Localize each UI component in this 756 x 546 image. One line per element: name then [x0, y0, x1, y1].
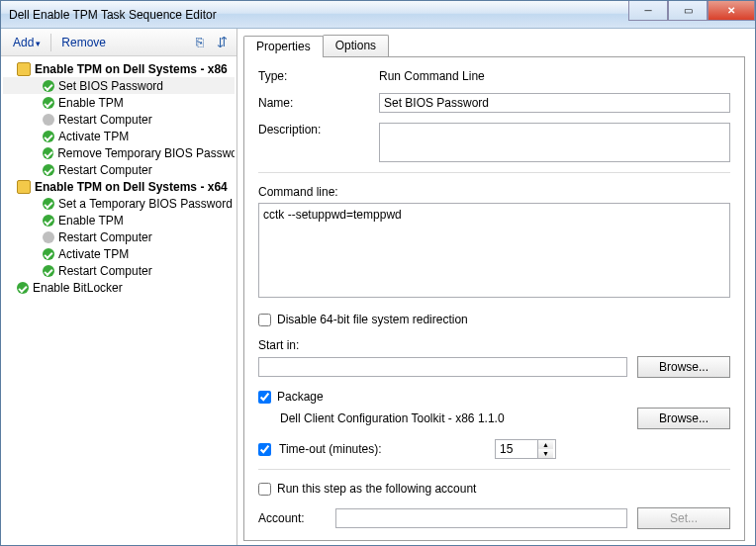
- description-field[interactable]: [379, 123, 730, 162]
- editor-window: Dell Enable TPM Task Sequence Editor ─ ▭…: [0, 0, 756, 546]
- tree-item[interactable]: Activate TPM: [3, 245, 235, 262]
- type-value: Run Command Line: [379, 69, 485, 83]
- package-browse-button[interactable]: Browse...: [637, 408, 730, 429]
- disabled-icon: [43, 114, 54, 126]
- tree-item-label: Set BIOS Password: [58, 79, 163, 93]
- package-value: Dell Client Configuration Toolkit - x86 …: [280, 410, 627, 427]
- tree-item[interactable]: Remove Temporary BIOS Password: [3, 144, 235, 161]
- spinner-up-icon[interactable]: ▲: [538, 440, 553, 449]
- tree-item-label: Restart Computer: [58, 163, 152, 177]
- tree-toolbar: Add▾ Remove ⎘ ⇵: [1, 29, 236, 56]
- check-icon: [43, 215, 54, 227]
- timeout-spinner[interactable]: ▲▼: [495, 439, 556, 459]
- tree-item[interactable]: Enable TPM on Dell Systems - x86: [3, 60, 235, 77]
- tree-item[interactable]: Enable TPM: [3, 212, 235, 228]
- check-icon: [43, 131, 54, 142]
- name-field[interactable]: [379, 93, 730, 113]
- tree-item[interactable]: Restart Computer: [3, 161, 235, 178]
- tree-item[interactable]: Set a Temporary BIOS Password: [3, 195, 235, 212]
- tree-item-label: Enable TPM: [58, 96, 124, 110]
- runas-label: Run this step as the following account: [277, 482, 476, 496]
- tree-item-label: Remove Temporary BIOS Password: [57, 146, 235, 160]
- check-icon: [43, 248, 54, 260]
- tree-item[interactable]: Set BIOS Password: [3, 77, 235, 94]
- remove-button[interactable]: Remove: [55, 34, 112, 51]
- close-button[interactable]: ✕: [708, 1, 755, 21]
- tree-item[interactable]: Restart Computer: [3, 111, 235, 128]
- tab-options[interactable]: Options: [323, 35, 389, 56]
- timeout-checkbox[interactable]: [258, 443, 271, 456]
- minimize-button[interactable]: ─: [628, 1, 668, 21]
- toolbar-separator: [50, 34, 51, 51]
- type-label: Type:: [258, 69, 379, 83]
- tree-item-label: Enable BitLocker: [33, 281, 123, 295]
- timeout-label: Time-out (minutes):: [279, 442, 487, 456]
- tree-item-label: Activate TPM: [58, 130, 129, 143]
- account-set-button: Set...: [637, 507, 730, 529]
- startin-browse-button[interactable]: Browse...: [637, 356, 730, 378]
- tree-item[interactable]: Enable TPM: [3, 94, 235, 111]
- tree-item[interactable]: Enable BitLocker: [3, 279, 235, 296]
- window-title: Dell Enable TPM Task Sequence Editor: [9, 8, 217, 22]
- account-label: Account:: [258, 511, 326, 525]
- tree-item-label: Set a Temporary BIOS Password: [58, 197, 233, 211]
- tree-item-label: Activate TPM: [58, 247, 129, 261]
- task-tree[interactable]: Enable TPM on Dell Systems - x86Set BIOS…: [1, 56, 236, 545]
- content-area: Add▾ Remove ⎘ ⇵ Enable TPM on Dell Syste…: [1, 29, 755, 545]
- window-buttons: ─ ▭ ✕: [628, 1, 755, 21]
- tree-item-label: Enable TPM on Dell Systems - x86: [35, 62, 228, 76]
- account-field: [335, 508, 627, 528]
- tree-item[interactable]: Enable TPM on Dell Systems - x64: [3, 178, 235, 195]
- check-icon: [43, 198, 54, 210]
- commandline-field[interactable]: [258, 203, 730, 298]
- folder-icon: [17, 62, 31, 76]
- tree-item-label: Enable TPM on Dell Systems - x64: [35, 180, 228, 194]
- startin-label: Start in:: [258, 338, 730, 352]
- properties-icon[interactable]: ⇵: [213, 34, 231, 51]
- description-label: Description:: [258, 123, 379, 136]
- disable-redirection-label: Disable 64-bit file system redirection: [277, 313, 468, 326]
- right-pane: Properties Options Type: Run Command Lin…: [237, 29, 755, 545]
- check-icon: [43, 265, 54, 277]
- package-checkbox[interactable]: [258, 391, 271, 404]
- check-icon: [43, 80, 54, 92]
- name-label: Name:: [258, 96, 379, 110]
- new-group-icon[interactable]: ⎘: [191, 34, 209, 51]
- spinner-down-icon[interactable]: ▼: [538, 449, 553, 458]
- tree-item[interactable]: Restart Computer: [3, 228, 235, 245]
- titlebar[interactable]: Dell Enable TPM Task Sequence Editor ─ ▭…: [1, 1, 755, 29]
- check-icon: [43, 97, 54, 109]
- disable-redirection-checkbox[interactable]: [258, 314, 271, 326]
- runas-checkbox[interactable]: [258, 483, 271, 496]
- check-icon: [17, 282, 29, 294]
- disabled-icon: [43, 231, 54, 243]
- add-button[interactable]: Add▾: [7, 34, 47, 51]
- properties-panel: Type: Run Command Line Name: Description…: [243, 56, 745, 541]
- tree-item-label: Restart Computer: [58, 230, 152, 244]
- commandline-label: Command line:: [258, 185, 730, 199]
- timeout-field[interactable]: [496, 440, 537, 458]
- tree-item[interactable]: Restart Computer: [3, 262, 235, 279]
- tree-item[interactable]: Activate TPM: [3, 128, 235, 144]
- folder-icon: [17, 180, 31, 194]
- tree-item-label: Restart Computer: [58, 264, 152, 278]
- tree-item-label: Enable TPM: [58, 214, 124, 228]
- package-label: Package: [277, 390, 324, 404]
- maximize-button[interactable]: ▭: [668, 1, 708, 21]
- tab-properties[interactable]: Properties: [243, 36, 324, 57]
- check-icon: [43, 147, 53, 159]
- tabs: Properties Options: [243, 35, 745, 56]
- tree-item-label: Restart Computer: [58, 113, 152, 127]
- check-icon: [43, 164, 54, 176]
- left-pane: Add▾ Remove ⎘ ⇵ Enable TPM on Dell Syste…: [1, 29, 237, 545]
- startin-field[interactable]: [258, 357, 627, 377]
